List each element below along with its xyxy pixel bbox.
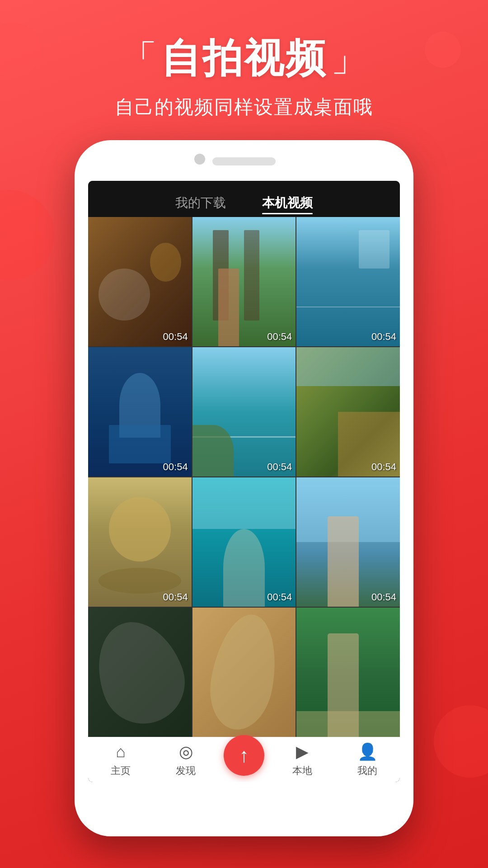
nav-home-label: 主页 [111,764,131,778]
bracket-right: 」 [331,34,367,83]
video-cell-10[interactable] [88,608,192,737]
header-section: 「 自拍视频 」 自己的视频同样设置成桌面哦 [0,32,488,120]
video-grid: 00:54 00:54 00:54 [88,217,400,737]
tab-my-downloads[interactable]: 我的下载 [175,194,226,217]
video-cell-2[interactable]: 00:54 [192,217,296,346]
video-cell-4[interactable]: 00:54 [88,347,192,476]
decorative-circle-4 [434,705,488,778]
phone-mockup: 我的下载 本机视频 00:54 [75,140,413,836]
tab-local-videos[interactable]: 本机视频 [262,194,313,217]
video-duration-1: 00:54 [163,331,188,343]
video-cell-5[interactable]: 00:54 [192,347,296,476]
nav-upload[interactable]: ↑ [224,735,264,776]
nav-local-label: 本地 [292,764,312,778]
home-icon: ⌂ [116,742,126,761]
sub-title: 自己的视频同样设置成桌面哦 [0,94,488,120]
nav-local[interactable]: ▶ 本地 [275,742,329,778]
decorative-circle-3 [0,190,54,280]
video-cell-1[interactable]: 00:54 [88,217,192,346]
phone-screen: 我的下载 本机视频 00:54 [88,181,400,782]
video-duration-4: 00:54 [163,461,188,473]
main-title-row: 「 自拍视频 」 [0,32,488,85]
video-cell-11[interactable] [192,608,296,737]
nav-home[interactable]: ⌂ 主页 [94,742,148,778]
video-duration-8: 00:54 [267,591,292,603]
video-cell-8[interactable]: 00:54 [192,477,296,607]
nav-profile-label: 我的 [357,764,377,778]
nav-profile[interactable]: 👤 我的 [340,742,394,778]
upload-icon: ↑ [239,744,249,767]
video-cell-7[interactable]: 00:54 [88,477,192,607]
video-duration-3: 00:54 [371,331,396,343]
phone-camera [194,154,205,165]
profile-icon: 👤 [357,742,378,761]
video-duration-9: 00:54 [371,591,396,603]
nav-discover-label: 发现 [176,764,196,778]
phone-speaker [212,157,276,165]
video-cell-3[interactable]: 00:54 [296,217,400,346]
video-cell-9[interactable]: 00:54 [296,477,400,607]
video-cell-6[interactable]: 00:54 [296,347,400,476]
bracket-left: 「 [121,34,157,83]
bottom-navigation: ⌂ 主页 ◎ 发现 ↑ ▶ 本地 👤 我的 [88,737,400,782]
discover-icon: ◎ [179,742,193,761]
video-duration-2: 00:54 [267,331,292,343]
video-duration-5: 00:54 [267,461,292,473]
video-cell-12[interactable] [296,608,400,737]
video-duration-7: 00:54 [163,591,188,603]
video-tabs: 我的下载 本机视频 [88,181,400,217]
nav-discover[interactable]: ◎ 发现 [159,742,213,778]
main-title: 自拍视频 [161,32,327,85]
local-icon: ▶ [296,742,309,761]
video-duration-6: 00:54 [371,461,396,473]
